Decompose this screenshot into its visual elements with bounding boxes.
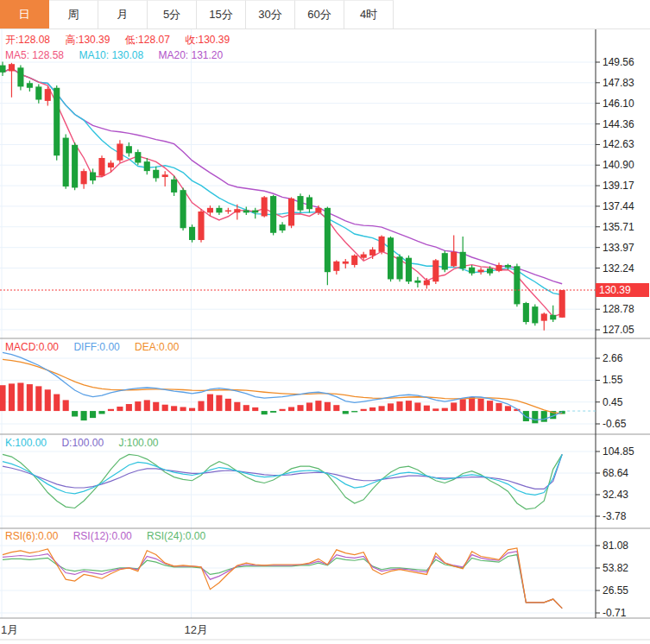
last-price-badge: 130.39 [596,283,649,297]
svg-text:127.05: 127.05 [603,324,634,336]
tab-5min[interactable]: 5分 [148,0,197,28]
stock-chart-app: 日 周 月 5分 15分 30分 60分 4时 1月12月149.56147.8… [0,0,650,644]
svg-text:135.71: 135.71 [603,221,634,233]
svg-text:104.85: 104.85 [603,445,634,458]
svg-text:149.56: 149.56 [603,56,634,68]
svg-text:1月: 1月 [1,623,18,636]
ohlc-readout: 开:128.08 高:130.39 低:128.07 收:130.39 [5,33,242,47]
tab-4hour[interactable]: 4时 [344,0,394,28]
ma5-value: MA5: 128.58 [5,49,64,61]
svg-text:12月: 12月 [185,623,208,636]
svg-text:147.83: 147.83 [603,77,634,89]
tab-30min[interactable]: 30分 [246,0,295,28]
d-value: D:100.00 [61,437,104,449]
svg-text:137.44: 137.44 [603,200,634,212]
svg-text:146.10: 146.10 [603,98,634,110]
macd-readout: MACD:0.00 DIFF:0.00 DEA:0.00 [5,341,191,353]
tab-15min[interactable]: 15分 [197,0,246,28]
rsi6-value: RSI(6):0.00 [5,530,58,542]
open-value: 开:128.08 [5,34,50,46]
ma10-value: MA10: 130.08 [79,49,143,61]
svg-text:68.64: 68.64 [603,467,628,479]
tab-month[interactable]: 月 [98,0,148,28]
high-value: 高:130.39 [65,34,110,46]
svg-text:81.08: 81.08 [603,540,628,552]
rsi-readout: RSI(6):0.00 RSI(12):0.00 RSI(24):0.00 [5,530,218,542]
timeframe-tab-bar: 日 周 月 5分 15分 30分 60分 4时 [0,0,650,29]
svg-text:133.97: 133.97 [603,242,634,254]
j-value: J:100.00 [118,437,158,449]
diff-value: DIFF:0.00 [73,341,119,353]
svg-text:132.24: 132.24 [603,262,634,275]
svg-text:1.55: 1.55 [603,374,623,386]
tab-week[interactable]: 周 [49,0,98,28]
svg-text:0.45: 0.45 [603,396,623,408]
svg-text:-0.65: -0.65 [603,418,627,430]
svg-text:-0.71: -0.71 [603,607,627,619]
svg-text:144.36: 144.36 [603,118,634,130]
svg-text:26.55: 26.55 [603,584,628,597]
kdj-readout: K:100.00 D:100.00 J:100.00 [5,437,170,449]
svg-text:53.82: 53.82 [603,562,628,574]
low-value: 低:128.07 [125,34,170,46]
svg-text:139.17: 139.17 [603,180,634,192]
svg-text:32.43: 32.43 [603,489,628,501]
svg-text:-3.78: -3.78 [603,510,627,522]
ma20-value: MA20: 131.20 [158,49,223,61]
svg-text:2.66: 2.66 [603,352,623,364]
dea-value: DEA:0.00 [135,341,179,353]
svg-text:140.90: 140.90 [603,159,634,171]
rsi24-value: RSI(24):0.00 [147,530,205,542]
macd-value: MACD:0.00 [5,341,59,353]
chart-canvas[interactable]: 1月12月149.56147.83146.10144.36142.63140.9… [0,0,650,644]
svg-text:142.63: 142.63 [603,138,634,150]
tab-60min[interactable]: 60分 [295,0,344,28]
ma-readout: MA5: 128.58 MA10: 130.08 MA20: 131.20 [5,49,235,61]
close-value: 收:130.39 [185,34,230,46]
tab-bar-filler [394,0,650,28]
k-value: K:100.00 [5,437,47,449]
tab-day[interactable]: 日 [0,0,49,28]
rsi12-value: RSI(12):0.00 [73,530,132,542]
svg-text:128.78: 128.78 [603,303,634,315]
